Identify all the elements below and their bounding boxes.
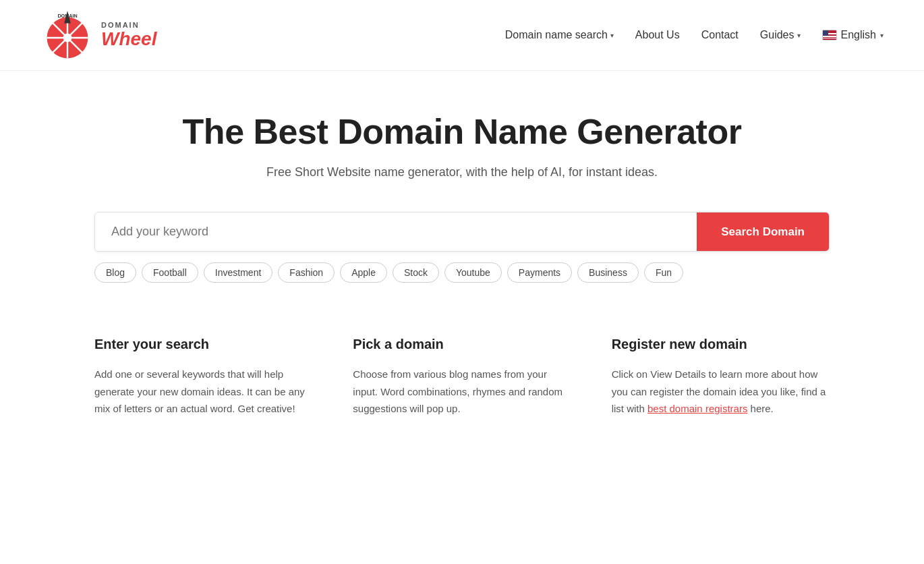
info-columns: Enter your search Add one or several key… — [94, 323, 830, 418]
us-flag-icon — [822, 30, 837, 40]
tag-pill[interactable]: Investment — [204, 262, 272, 283]
tags-container: BlogFootballInvestmentFashionAppleStockY… — [94, 262, 830, 283]
info-col-pick-domain: Pick a domain Choose from various blog n… — [353, 337, 571, 418]
tag-pill[interactable]: Stock — [393, 262, 439, 283]
logo-wheel-text: Wheel — [101, 29, 156, 50]
svg-text:DOMAIN: DOMAIN — [57, 13, 77, 19]
tag-pill[interactable]: Payments — [507, 262, 572, 283]
best-registrars-link[interactable]: best domain registrars — [647, 403, 747, 414]
search-button[interactable]: Search Domain — [697, 213, 829, 251]
nav-guides[interactable]: Guides ▾ — [760, 29, 801, 41]
logo-icon: DOMAIN — [40, 8, 94, 62]
enter-search-title: Enter your search — [94, 337, 312, 352]
tag-pill[interactable]: Business — [577, 262, 639, 283]
pick-domain-text: Choose from various blog names from your… — [353, 366, 571, 418]
tag-pill[interactable]: Fun — [644, 262, 683, 283]
site-header: DOMAIN DOMAIN Wheel Domain name search ▾… — [0, 0, 924, 71]
register-domain-text: Click on View Details to learn more abou… — [612, 366, 830, 418]
tag-pill[interactable]: Youtube — [444, 262, 502, 283]
hero-subtitle: Free Short Website name generator, with … — [266, 165, 658, 179]
logo[interactable]: DOMAIN DOMAIN Wheel — [40, 8, 156, 62]
tag-pill[interactable]: Football — [142, 262, 198, 283]
info-col-register-domain: Register new domain Click on View Detail… — [612, 337, 830, 418]
nav-domain-search[interactable]: Domain name search ▾ — [505, 29, 614, 41]
register-domain-title: Register new domain — [612, 337, 830, 352]
nav-contact[interactable]: Contact — [701, 29, 739, 41]
guides-chevron-icon: ▾ — [797, 32, 801, 39]
register-text-after: here. — [747, 403, 773, 414]
page-title: The Best Domain Name Generator — [183, 111, 742, 152]
main-nav: Domain name search ▾ About Us Contact Gu… — [505, 29, 884, 41]
svg-point-5 — [63, 34, 72, 43]
pick-domain-title: Pick a domain — [353, 337, 571, 352]
nav-about[interactable]: About Us — [635, 29, 680, 41]
tag-pill[interactable]: Apple — [340, 262, 387, 283]
nav-language[interactable]: English ▾ — [822, 29, 884, 41]
logo-domain-text: DOMAIN — [101, 21, 156, 29]
enter-search-text: Add one or several keywords that will he… — [94, 366, 312, 418]
tag-pill[interactable]: Fashion — [278, 262, 335, 283]
search-input[interactable] — [95, 213, 697, 251]
domain-search-chevron-icon: ▾ — [610, 32, 614, 39]
main-content: The Best Domain Name Generator Free Shor… — [0, 71, 924, 445]
tag-pill[interactable]: Blog — [94, 262, 136, 283]
lang-chevron-icon: ▾ — [880, 32, 884, 39]
info-col-enter-search: Enter your search Add one or several key… — [94, 337, 312, 418]
search-bar: Search Domain — [94, 212, 830, 252]
